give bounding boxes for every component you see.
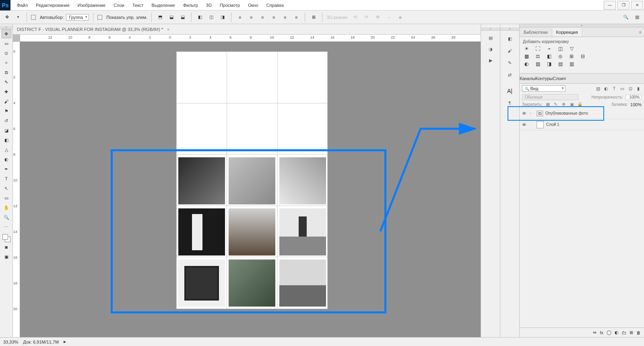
- close-button[interactable]: ✕: [631, 1, 643, 10]
- search-icon[interactable]: 🔍: [621, 13, 630, 22]
- blur-tool[interactable]: △: [2, 145, 11, 154]
- toolbox-collapse[interactable]: «: [0, 26, 12, 29]
- brushpreset-panel-icon[interactable]: ✎: [505, 59, 515, 67]
- adj-exposure-icon[interactable]: ◫: [557, 45, 564, 52]
- adj-selectivecolor-icon[interactable]: ▥: [568, 61, 575, 67]
- healingbrush-tool[interactable]: ✚: [2, 87, 11, 96]
- layer1-visibility-icon[interactable]: 👁: [522, 122, 528, 127]
- tool-preset-dropdown[interactable]: ▼: [14, 13, 23, 22]
- filter-pixel-icon[interactable]: ▧: [595, 86, 601, 91]
- magicwand-tool[interactable]: ✧: [2, 58, 11, 67]
- zoom-tool[interactable]: 🔍: [2, 213, 11, 222]
- zoom-level[interactable]: 33,33%: [3, 340, 18, 344]
- document-tab[interactable]: DISTRICT F - VISUAL PLANNER FOR INSTAGRA…: [13, 24, 481, 35]
- adjust-panel-icon[interactable]: ⇄: [505, 71, 515, 79]
- lock-brush-icon[interactable]: ✎: [553, 102, 559, 107]
- autoselect-checkbox[interactable]: [31, 15, 36, 20]
- adj-vibrance-icon[interactable]: ▽: [568, 45, 575, 52]
- panel2-collapse[interactable]: »: [500, 27, 519, 31]
- correction-menu-icon[interactable]: ≡: [637, 30, 644, 35]
- menu-help[interactable]: Справка: [262, 1, 288, 9]
- quickmask-tool[interactable]: ◙: [2, 243, 11, 251]
- layer-style-icon[interactable]: fx: [600, 330, 603, 335]
- menu-image[interactable]: Изображение: [74, 1, 109, 9]
- new-group-icon[interactable]: 🗀: [622, 330, 626, 335]
- character-panel-icon[interactable]: A|: [505, 87, 515, 95]
- lock-transparent-icon[interactable]: ▦: [545, 102, 551, 107]
- blend-mode-select[interactable]: Обычные: [522, 94, 578, 100]
- layers-tab[interactable]: Слои: [553, 76, 564, 81]
- menu-filter[interactable]: Фильтр: [179, 1, 202, 9]
- menu-view[interactable]: Просмотр: [216, 1, 244, 9]
- filter-adjust-icon[interactable]: ◐: [603, 86, 609, 91]
- adj-channelmix-icon[interactable]: ⊞: [568, 53, 575, 60]
- adj-balance-icon[interactable]: ⚖: [534, 53, 541, 60]
- link-layers-icon[interactable]: ⇔: [593, 330, 597, 335]
- channels-tab[interactable]: Каналы: [520, 76, 535, 81]
- tool-preset-icon[interactable]: ✥: [2, 13, 11, 22]
- menu-text[interactable]: Текст: [128, 1, 148, 9]
- canvas[interactable]: [20, 42, 481, 337]
- brush-panel-icon[interactable]: 🖌: [505, 47, 515, 55]
- editbar-tool[interactable]: ⋯: [2, 222, 11, 231]
- paths-tab[interactable]: Контуры: [535, 76, 553, 81]
- adj-levels-icon[interactable]: ⛶: [534, 45, 541, 52]
- menu-edit[interactable]: Редактирование: [32, 1, 74, 9]
- adj-threshold-icon[interactable]: ◨: [545, 61, 553, 67]
- adj-invert-icon[interactable]: ◐: [523, 61, 530, 67]
- adj-hue-icon[interactable]: ▦: [523, 53, 530, 60]
- distribute-top-icon[interactable]: ≡: [235, 13, 244, 22]
- align-right-icon[interactable]: ◨: [218, 13, 227, 22]
- distribute-bottom-icon[interactable]: ≡: [258, 13, 267, 22]
- opacity-value[interactable]: 100%: [625, 94, 642, 100]
- color-panel-icon[interactable]: ◧: [505, 35, 515, 43]
- marquee-tool[interactable]: ▭: [2, 39, 11, 48]
- filter-type-icon[interactable]: T: [611, 86, 617, 91]
- crop-tool[interactable]: ⧉: [2, 68, 11, 77]
- right-collapse[interactable]: »: [520, 24, 644, 27]
- hand-tool[interactable]: ✋: [2, 203, 11, 212]
- showcontrols-checkbox[interactable]: [97, 15, 102, 20]
- layers-menu-icon[interactable]: ≡: [564, 76, 566, 81]
- workspace-icon[interactable]: ▥: [633, 13, 642, 22]
- distribute-hcenter-icon[interactable]: ≡: [281, 13, 289, 22]
- fill-value[interactable]: 100%: [630, 102, 642, 107]
- color-swatch[interactable]: [2, 234, 10, 242]
- distribute-right-icon[interactable]: ≡: [292, 13, 301, 22]
- move-tool[interactable]: ✥: [2, 29, 11, 38]
- menu-window[interactable]: Окно: [244, 1, 262, 9]
- clonestamp-tool[interactable]: ⚑: [2, 107, 11, 115]
- lock-all-icon[interactable]: 🔒: [577, 102, 583, 107]
- adj-posterize-icon[interactable]: ▨: [534, 61, 541, 67]
- rectangle-tool[interactable]: ▭: [2, 194, 11, 202]
- adj-colorlookup-icon[interactable]: ⊟: [579, 53, 586, 60]
- filter-smart-icon[interactable]: ⊡: [627, 86, 634, 91]
- layer-group-published[interactable]: 👁 › 🗀 Опубликованные фото: [520, 108, 644, 119]
- menu-file[interactable]: Файл: [13, 1, 32, 9]
- layer-1[interactable]: 👁 Слой 1: [520, 119, 644, 130]
- screenmode-tool[interactable]: ▣: [2, 252, 11, 261]
- adj-curves-icon[interactable]: ⌁: [545, 45, 553, 52]
- align-bottom-icon[interactable]: ⬓: [178, 13, 187, 22]
- type-tool[interactable]: T: [2, 174, 11, 183]
- eyedropper-tool[interactable]: ✎: [2, 78, 11, 86]
- delete-layer-icon[interactable]: 🗑: [636, 330, 641, 335]
- doc-size[interactable]: Док: 6,91M/11,7M: [23, 340, 59, 344]
- distribute-vcenter-icon[interactable]: ≡: [247, 13, 256, 22]
- menu-select[interactable]: Выделение: [148, 1, 179, 9]
- align-hcenter-icon[interactable]: ◫: [207, 13, 216, 22]
- pen-tool[interactable]: ✒: [2, 165, 11, 173]
- libraries-tab[interactable]: Библиотеки: [520, 28, 552, 36]
- layer-expand-icon[interactable]: ›: [530, 111, 534, 115]
- eraser-tool[interactable]: ◪: [2, 126, 11, 135]
- adj-bw-icon[interactable]: ◧: [545, 53, 553, 60]
- lasso-tool[interactable]: ⊙: [2, 49, 11, 58]
- adj-photofilter-icon[interactable]: ◎: [557, 53, 564, 60]
- align-left-icon[interactable]: ◧: [196, 13, 204, 22]
- actions-panel-icon[interactable]: ▶: [486, 56, 495, 64]
- new-layer-icon[interactable]: ⊞: [630, 330, 633, 335]
- filter-shape-icon[interactable]: ▭: [619, 86, 625, 91]
- menu-3d[interactable]: 3D: [202, 1, 216, 9]
- correction-tab[interactable]: Коррекция: [552, 28, 582, 36]
- lock-move-icon[interactable]: ✥: [561, 102, 567, 107]
